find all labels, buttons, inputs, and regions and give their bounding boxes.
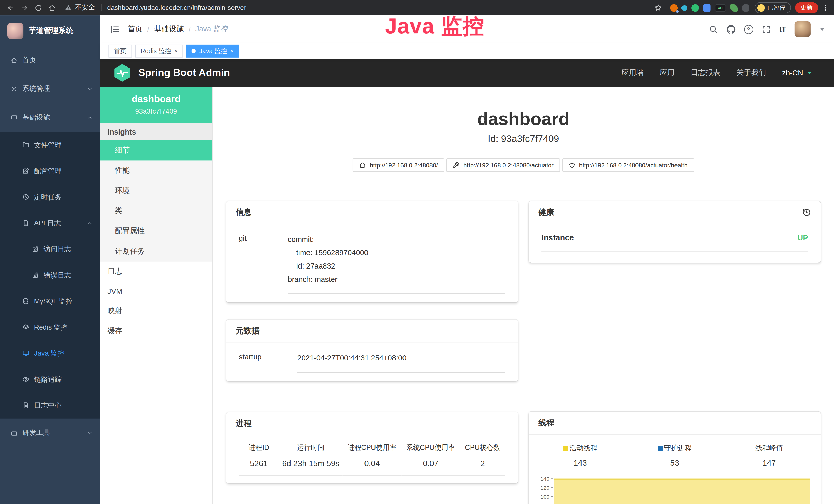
extension-icon-on-badge[interactable]: on (715, 4, 726, 12)
instance-header[interactable]: dashboard 93a3fc7f7409 (100, 87, 212, 123)
sidebar-item-access-log[interactable]: 访问日志 (0, 236, 100, 262)
sba-item-logs[interactable]: 日志 (100, 261, 212, 282)
process-col-header: 运行时间 (279, 437, 343, 455)
tab-home[interactable]: 首页 (108, 45, 132, 58)
url-text[interactable]: dashboard.yudao.iocoder.cn/infra/admin-s… (107, 4, 246, 12)
sidebar-item-infra[interactable]: 基础设施 (0, 103, 100, 132)
threads-legend: 活动线程 143 守护进程 (529, 435, 821, 467)
github-icon[interactable] (726, 25, 736, 33)
instance-link-home[interactable]: http://192.168.0.2:48080/ (353, 158, 444, 172)
process-value: 0.07 (401, 455, 460, 476)
edit-icon (22, 167, 29, 174)
link-url: http://192.168.0.2:48080/actuator/health (579, 162, 687, 168)
threads-chart-plot (553, 476, 813, 504)
profile-paused-pill[interactable]: 已暂停 (754, 2, 791, 13)
close-icon[interactable]: × (231, 48, 234, 54)
sidebar-item-error-log[interactable]: 错误日志 (0, 262, 100, 288)
sidebar-item-java[interactable]: Java 监控 (0, 340, 100, 366)
metadata-card-header: 元数据 (226, 320, 518, 343)
sidebar-item-label: 链路追踪 (34, 374, 62, 384)
card-title: 进程 (236, 418, 251, 429)
annotation-java-monitor: Java 监控 (385, 12, 484, 41)
extension-icon-grid[interactable] (703, 4, 710, 12)
page-title: dashboard (226, 108, 821, 129)
browser-back-button[interactable] (4, 1, 17, 14)
database-icon (22, 298, 29, 305)
avatar-caret-icon[interactable] (820, 28, 825, 30)
health-row-instance[interactable]: Instance UP (542, 233, 808, 252)
extension-icon-leaf[interactable] (730, 4, 738, 12)
tab-java[interactable]: Java 监控 × (186, 45, 239, 58)
sba-nav-applications[interactable]: 应用 (660, 68, 675, 77)
sba-locale-select[interactable]: zh-CN (782, 69, 812, 77)
sba-nav-wallboard[interactable]: 应用墙 (621, 68, 644, 77)
sidebar-item-api-log[interactable]: API 日志 (0, 210, 100, 236)
extension-icon-paw[interactable] (742, 4, 749, 12)
daemon-threads-value: 53 (628, 458, 722, 467)
address-bar[interactable]: 不安全 dashboard.yudao.iocoder.cn/infra/adm… (65, 3, 246, 12)
search-icon[interactable] (709, 25, 718, 33)
sba-nav-about[interactable]: 关于我们 (737, 68, 766, 77)
folder-icon (22, 141, 29, 148)
sidebar-item-log-center[interactable]: 日志中心 (0, 392, 100, 418)
sba-item-details[interactable]: 细节 (100, 140, 212, 161)
sba-item-caches[interactable]: 缓存 (100, 321, 212, 342)
sidebar-item-job[interactable]: 定时任务 (0, 184, 100, 210)
tab-redis[interactable]: Redis 监控 × (135, 45, 183, 58)
fullscreen-icon[interactable] (762, 25, 771, 33)
sidebar-item-home[interactable]: 首页 (0, 46, 100, 74)
breadcrumb-home[interactable]: 首页 (128, 24, 142, 34)
sidebar-item-label: MySQL 监控 (34, 296, 73, 306)
home-icon (359, 162, 366, 169)
browser-update-button[interactable]: 更新 (795, 2, 818, 13)
sidebar-item-redis[interactable]: Redis 监控 (0, 314, 100, 340)
help-icon[interactable]: ? (744, 25, 753, 33)
sba-item-configprops[interactable]: 配置属性 (100, 221, 212, 241)
font-size-icon[interactable]: tT (779, 25, 786, 33)
sba-nav-journal[interactable]: 日志报表 (691, 68, 721, 77)
browser-home-button[interactable] (46, 1, 59, 14)
browser-forward-button[interactable] (18, 1, 31, 14)
sidebar-item-trace[interactable]: 链路追踪 (0, 366, 100, 392)
process-value: 2 (460, 455, 505, 476)
sidebar-item-config[interactable]: 配置管理 (0, 158, 100, 184)
browser-reload-button[interactable] (32, 1, 45, 14)
instance-link-health[interactable]: http://192.168.0.2:48080/actuator/health (562, 158, 694, 172)
instance-name: dashboard (104, 93, 208, 105)
sba-item-performance[interactable]: 性能 (100, 160, 212, 181)
instance-link-actuator[interactable]: http://192.168.0.2:48080/actuator (446, 158, 560, 172)
hamburger-icon[interactable] (110, 24, 120, 35)
extension-icon-drop[interactable] (680, 4, 688, 11)
sba-item-classes[interactable]: 类 (100, 201, 212, 221)
app-logo[interactable]: 芋道管理系统 (0, 16, 100, 46)
tab-label: Java 监控 (199, 46, 227, 55)
spring-boot-admin-logo (113, 63, 132, 83)
extension-icon-vue[interactable] (691, 4, 699, 12)
threads-card-header: 线程 (529, 412, 821, 435)
screenshot-root: 不安全 dashboard.yudao.iocoder.cn/infra/adm… (0, 0, 834, 504)
health-instance-label: Instance (542, 233, 574, 242)
history-icon[interactable] (802, 208, 811, 217)
extension-icon-orange[interactable] (670, 4, 677, 12)
app-title: 芋道管理系统 (29, 26, 73, 35)
user-avatar[interactable] (795, 21, 811, 37)
sba-item-environment[interactable]: 环境 (100, 181, 212, 201)
browser-menu-icon[interactable] (821, 4, 830, 12)
sba-item-scheduled[interactable]: 计划任务 (100, 241, 212, 261)
bookmark-star-icon[interactable] (652, 1, 665, 14)
toolbox-icon (10, 429, 18, 436)
sidebar-item-mysql[interactable]: MySQL 监控 (0, 288, 100, 314)
sidebar-item-label: 文件管理 (34, 140, 62, 150)
breadcrumb-separator: / (189, 25, 191, 33)
sidebar-item-system[interactable]: 系统管理 (0, 74, 100, 103)
sba-item-mappings[interactable]: 映射 (100, 301, 212, 321)
chevron-up-icon (87, 114, 93, 121)
sba-brand-title[interactable]: Spring Boot Admin (138, 67, 230, 79)
sidebar-item-dev-tools[interactable]: 研发工具 (0, 418, 100, 447)
daemon-threads-swatch (658, 446, 663, 451)
chevron-down-icon (87, 86, 93, 92)
close-icon[interactable]: × (174, 48, 178, 54)
sba-item-jvm[interactable]: JVM (100, 282, 212, 301)
sidebar-item-file[interactable]: 文件管理 (0, 132, 100, 158)
breadcrumb-section[interactable]: 基础设施 (154, 24, 184, 34)
